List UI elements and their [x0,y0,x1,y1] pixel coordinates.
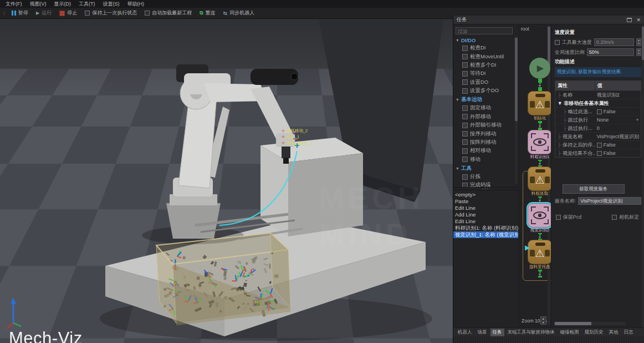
quick-list-item[interactable]: 视觉识别_1: 名称 (视觉识别) [453,231,518,238]
menu-item-3[interactable]: 工具(T) [79,1,95,8]
skill-filter-input[interactable] [456,27,513,34]
menu-item-1[interactable]: 视图(V) [30,1,47,8]
property-row[interactable]: ├跳过执行...0 [555,124,641,132]
skill-item[interactable]: 外部轴引移动 [453,121,518,129]
autoload-checkbox[interactable]: 自动加载最新工程 [145,9,192,17]
property-row[interactable]: ▼非移动任务基本属性 [555,99,641,107]
menu-item-0[interactable]: 文件(F) [6,1,22,8]
quick-list-item[interactable]: <empty> [453,191,518,198]
quick-list-item[interactable]: Edit Line [453,205,518,211]
flow-node-料框抓取[interactable]: ⚠ [528,167,551,191]
waypoint-label: ✛移动_1 [282,134,312,140]
run-button[interactable]: ▶ 运行 [36,9,52,17]
tool-speed-spinner[interactable]: ▲▼ [636,38,641,46]
skill-item[interactable]: 按阵列移动 [453,138,518,147]
keep-state-checkbox[interactable]: 保持上一次执行状态 [85,9,137,17]
property-row[interactable]: ├名称视觉识别2 [555,90,641,99]
global-speed-input[interactable]: 50% [587,48,634,56]
menu-item-2[interactable]: 显示(D) [54,1,71,8]
skill-item[interactable]: 完成码垛 [453,181,518,187]
quick-edit-list: <empty>PasteEdit LineAdd LineEdit Line料框… [453,190,518,238]
start-node[interactable]: ▶ [529,58,550,79]
tool-speed-checkbox[interactable] [555,40,560,45]
property-row[interactable]: ├视觉名称VisProject视觉识别 [555,132,641,140]
float-window-icon[interactable] [627,18,632,22]
skill-tree: ▼DI/DO检查DI检查MoveUntil检查多个DI等待DI设置DO设置多个D… [453,36,518,187]
panel-tab-2[interactable]: 任务 [490,329,504,336]
panel-tab-6[interactable]: 其他 [607,329,621,336]
skill-item[interactable]: 设置DO [453,78,518,87]
flow-connector: ▼ [538,160,542,167]
close-icon[interactable]: ✕ [636,17,641,23]
property-row[interactable]: ├跳过执行None▼ [555,115,641,124]
horizontal-scrollbar[interactable] [554,322,626,325]
stop-button[interactable]: 停止 [59,9,77,17]
get-vision-service-button[interactable]: 获取视觉服务 [563,184,625,194]
description-link[interactable]: 视觉识别, 获取并输出视觉结果. [555,67,641,77]
keep-pcd-checkbox[interactable]: 保留Pcd [556,214,582,221]
checkbox-icon [597,109,602,114]
service-name-input[interactable]: VisProject视觉识别 [578,197,641,205]
pause-button[interactable]: 暂停 [12,9,28,17]
flow-connector: ▼ [538,270,542,278]
checkbox-icon [556,215,561,220]
menu-item-4[interactable]: 设置(S) [103,1,120,8]
flow-connector: ▼ [538,233,542,240]
skill-item[interactable]: 检查多个DI [453,61,518,69]
quick-list-item[interactable]: Edit Line [453,218,518,225]
skill-icon [462,157,468,162]
skill-group-2[interactable]: ▼工具 [453,164,518,173]
3d-viewport[interactable]: MECH MIND ✛相机移动_2✛移动_1✛视觉识别点_1 Mech-Viz [0,19,453,343]
skill-group-0[interactable]: ▼DI/DO [453,36,518,44]
skill-item[interactable]: 设置多个DO [453,87,518,95]
keep-pcd-label: 保留Pcd [563,214,582,221]
skill-item[interactable]: 相对移动 [453,147,518,155]
service-name-label: 服务名称: [555,198,576,205]
camera-calib-label: 相机标定 [619,214,639,221]
sync-robot-button[interactable]: ⇆ 同步机器人 [223,9,255,17]
stop-icon [59,11,65,16]
skill-icon [462,148,468,154]
reconnect-button[interactable]: ⧉ 重连 [200,9,215,17]
play-icon: ▶ [537,64,544,73]
panel-tab-4[interactable]: 碰撞检测 [558,329,581,336]
panel-tab-3[interactable]: 末端工具与被抓持物体 [505,329,557,336]
workflow-canvas[interactable]: root ▶▼⚠初始化▼料框识别1▼⚠料框抓取▼视觉识别2▼⚠▶放料至托盘▼ Z… [519,24,551,327]
menu-bar: 文件(F)视图(V)显示(D)工具(T)设置(S)帮助(H) [0,0,644,8]
quick-list-item[interactable]: 料框识别1: 名称 (料框识别) [453,225,518,231]
panel-tab-0[interactable]: 机器人 [456,329,474,336]
flow-node-初始化[interactable]: ⚠ [528,91,551,115]
flow-node-视觉识别2[interactable] [528,203,551,228]
skill-icon [462,79,468,85]
property-row[interactable]: ├保持之后的停...False [555,140,641,149]
skill-item[interactable]: 按序列移动 [453,129,518,138]
camera-calib-checkbox[interactable]: 相机标定 [612,214,639,221]
panel-tab-1[interactable]: 场景 [476,329,489,336]
panel-tab-5[interactable]: 规划历史 [582,329,606,336]
skill-item[interactable]: 检查DI [453,44,518,52]
tool-speed-input[interactable]: 0.20m/s [594,38,634,46]
skill-item[interactable]: 固定移动 [453,104,518,112]
description-header: 功能描述 [555,58,641,65]
properties-scrollbar[interactable] [642,24,644,327]
flow-node-放料至托盘[interactable]: ⚠▶ [528,240,551,264]
value-column-header: 值 [595,81,605,90]
skill-item[interactable]: 检查MoveUntil [453,52,518,60]
skill-group-1[interactable]: ▼基本运动 [453,95,518,104]
property-row[interactable]: ├略过此选...False [555,107,641,115]
flow-node-料框识别1[interactable] [528,130,551,154]
quick-list-item[interactable]: Add Line [453,211,518,218]
panel-tab-7[interactable]: 日志 [622,329,636,336]
skill-icon [462,46,468,51]
quick-list-item[interactable]: Paste [453,198,518,205]
warning-icon: ⚠ [535,248,544,259]
skill-item[interactable]: 外部移动 [453,113,518,121]
skill-item[interactable]: 分拣 [453,173,518,181]
skill-item[interactable]: 移动 [453,155,518,164]
menu-item-5[interactable]: 帮助(H) [127,1,145,8]
skill-tree-scrollbar[interactable] [515,37,518,184]
skill-item[interactable]: 等待DI [453,69,518,78]
property-row[interactable]: ├视觉结果不合...False [555,149,641,157]
global-speed-spinner[interactable]: ▲▼ [636,48,641,56]
zoom-spinner[interactable]: ▲▼ [540,316,546,325]
